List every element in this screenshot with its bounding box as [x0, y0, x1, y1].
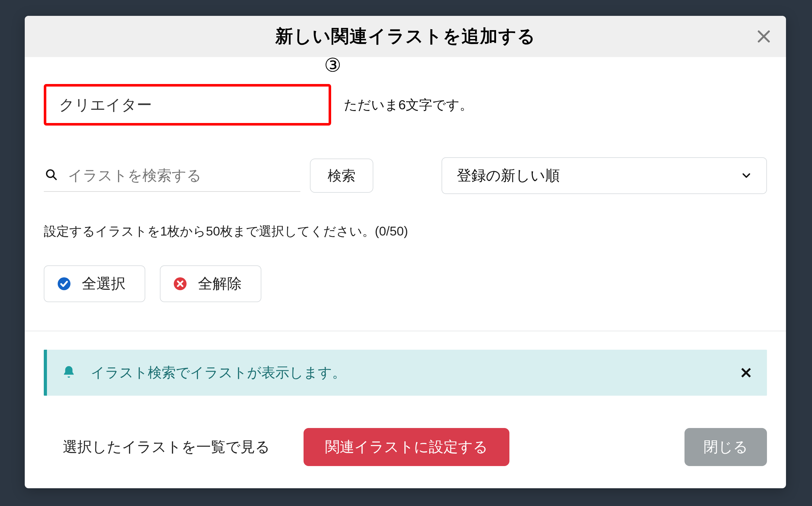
close-button[interactable] [754, 27, 773, 46]
info-close-button[interactable]: ✕ [740, 364, 752, 382]
divider [25, 331, 786, 331]
tag-row: クリエイター ただいま6文字です。 [44, 84, 767, 125]
search-row: 検索 登録の新しい順 [44, 157, 767, 194]
search-button-label: 検索 [328, 168, 355, 183]
search-icon [45, 168, 58, 182]
modal-footer: 選択したイラストを一覧で見る 関連イラストに設定する 閉じる [25, 412, 786, 488]
svg-line-3 [53, 177, 56, 179]
add-related-illustration-modal: 新しい関連イラストを追加する ③ クリエイター ただいま6文字です。 [25, 16, 786, 488]
modal-body: ③ クリエイター ただいま6文字です。 検索 [25, 57, 786, 412]
deselect-all-button[interactable]: 全解除 [160, 265, 261, 302]
footer-close-label: 閉じる [704, 438, 748, 455]
step-marker: ③ [324, 54, 341, 76]
select-all-label: 全選択 [82, 274, 126, 293]
apply-label: 関連イラストに設定する [325, 438, 488, 455]
search-input[interactable] [67, 166, 300, 184]
sort-selected-label: 登録の新しい順 [457, 166, 560, 185]
search-field-wrap [44, 160, 300, 192]
modal-title: 新しい関連イラストを追加する [275, 24, 536, 49]
tag-input[interactable]: クリエイター [44, 84, 331, 125]
view-selected-label: 選択したイラストを一覧で見る [63, 437, 270, 457]
char-count-text: ただいま6文字です。 [344, 96, 473, 114]
selection-buttons-row: 全選択 全解除 [44, 265, 767, 302]
sort-select[interactable]: 登録の新しい順 [441, 157, 767, 194]
apply-button[interactable]: 関連イラストに設定する [304, 428, 509, 466]
tag-input-value: クリエイター [59, 95, 152, 115]
selection-instruction: 設定するイラストを1枚から50枚まで選択してください。(0/50) [44, 223, 767, 240]
info-banner: イラスト検索でイラストが表示します。 ✕ [44, 350, 767, 396]
deselect-all-label: 全解除 [198, 274, 242, 293]
select-all-button[interactable]: 全選択 [44, 265, 145, 302]
modal-header: 新しい関連イラストを追加する [25, 16, 786, 57]
x-circle-icon [173, 277, 187, 291]
view-selected-button[interactable]: 選択したイラストを一覧で見る [44, 428, 289, 466]
info-message: イラスト検索でイラストが表示します。 [91, 363, 346, 382]
check-circle-icon [57, 277, 71, 291]
search-button[interactable]: 検索 [310, 159, 373, 193]
chevron-down-icon [741, 167, 752, 184]
close-icon [756, 29, 772, 44]
footer-close-button[interactable]: 閉じる [684, 428, 767, 466]
bell-icon [62, 365, 76, 381]
